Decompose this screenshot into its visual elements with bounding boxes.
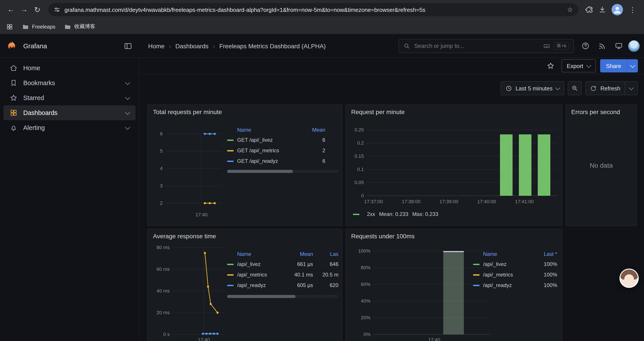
legend-last-value: 100% [531,261,557,267]
legend-row[interactable]: /api/_livez 661 µs 646 [227,259,338,269]
browser-menu-icon[interactable]: ⋮ [628,6,637,14]
sidebar-item-bookmarks[interactable]: Bookmarks [4,76,136,90]
share-dropdown[interactable] [627,59,638,72]
chevron-down-icon[interactable] [125,80,130,85]
svg-text:0 s: 0 s [163,331,170,337]
legend-row[interactable]: GET /api/_readyz 6 [227,156,338,166]
breadcrumb-home[interactable]: Home [148,42,164,49]
favorite-star-icon[interactable] [544,59,557,72]
legend-last-value: 20.5 m [313,272,338,278]
url-text[interactable]: grafana.mathmast.com/d/deytv4rwavabkb/fr… [64,6,563,13]
legend-name-header[interactable]: Name [473,251,531,257]
panel-avg-response-time[interactable]: Average response time 80 ms60 ms40 ms20 … [147,229,342,341]
screen: ← → ↻ grafana.mathmast.com/d/deytv4rwava… [0,0,644,341]
forward-icon: → [20,5,28,14]
panel-total-requests[interactable]: Total requests per minute 6543217:40 Nam… [147,104,342,226]
legend-row[interactable]: /api/_readyz 100% [473,280,557,290]
panel-title[interactable]: Requests under 100ms [351,233,415,240]
legend-row[interactable]: /api/_readyz 605 µs 620 [227,280,338,290]
svg-text:17:39:00: 17:39:00 [440,199,458,204]
search-input[interactable] [414,42,540,50]
news-rss-icon[interactable] [595,39,609,53]
panel-title[interactable]: Total requests per minute [153,108,222,115]
toolbar-right: ⋮ [582,4,640,15]
dock-menu-icon[interactable] [124,42,132,50]
extensions-icon[interactable] [585,6,593,14]
svg-text:0.2: 0.2 [357,140,364,146]
bookmark-star-icon[interactable]: ☆ [567,6,573,14]
assistant-avatar[interactable] [620,269,639,288]
legend-mean-header[interactable]: Mean [286,251,313,257]
panel-errors-per-second[interactable]: Errors per second No data [566,104,637,226]
chevron-down-icon[interactable] [125,110,130,115]
breadcrumb-dashboards[interactable]: Dashboards [175,42,208,49]
search-box[interactable]: ⌘+k [398,39,574,53]
legend-header: Name Mean [227,125,338,135]
avg-response-time-chart[interactable]: 80 ms60 ms40 ms20 ms0 s17:40 [150,242,228,341]
grafana-header: Grafana Home › Dashboards › Freeleaps Me… [0,34,644,58]
svg-text:60 ms: 60 ms [156,266,170,272]
user-avatar[interactable] [628,40,640,52]
series-swatch [227,263,234,265]
back-button[interactable]: ← [4,3,18,16]
monitor-icon[interactable] [612,39,626,53]
header-icons [578,39,644,53]
time-controls: Last 5 minutes Refresh [140,81,638,95]
legend-row[interactable]: GET /api/_livez 6 [227,135,338,145]
panel-title[interactable]: Average response time [153,233,216,240]
reload-button[interactable]: ↻ [31,3,44,16]
request-per-minute-chart[interactable]: 0.250.20.150.10.05017:37:0017:38:0017:39… [348,122,560,215]
downloads-icon[interactable] [598,6,606,14]
panel-request-per-minute[interactable]: Request per minute 0.250.20.150.10.05017… [346,104,562,226]
legend-row[interactable]: /api/_metrics 40.1 ms 20.5 m [227,269,338,280]
legend-scrollbar[interactable] [227,170,338,173]
sidebar-item-starred[interactable]: Starred [4,90,136,105]
export-button[interactable]: Export [561,59,596,72]
svg-text:60%: 60% [361,281,370,287]
breadcrumb-separator: › [169,42,171,49]
forward-button[interactable]: → [18,3,31,16]
requests-under-100ms-chart[interactable]: 100%80%60%40%20%0%17:40 [348,242,493,341]
zoom-out-button[interactable] [568,81,582,95]
legend-last-header[interactable]: Last * [531,251,557,257]
panel-title[interactable]: Request per minute [351,108,405,115]
apps-grid-icon[interactable] [6,23,13,30]
legend-row[interactable]: /api/_livez 100% [473,259,557,269]
avatar-face [624,274,634,284]
help-icon[interactable] [578,39,592,53]
legend-last-header[interactable]: Las [313,251,338,257]
site-settings-icon[interactable] [54,6,60,13]
search-icon [403,43,410,49]
chevron-down-icon[interactable] [125,125,130,130]
legend-name-header[interactable]: Name [227,251,286,257]
chevron-down-icon[interactable] [125,95,130,100]
series-name: /api/_readyz [237,282,266,288]
share-button[interactable]: Share [600,59,638,72]
time-range-picker[interactable]: Last 5 minutes [501,81,564,95]
legend-mean-value: 605 µs [286,282,313,288]
grafana-logo[interactable] [7,41,18,51]
legend-row[interactable]: GET /api/_metrics 2 [227,145,338,156]
search-shortcut: ⌘+k [554,42,569,50]
chevron-down-icon[interactable] [629,85,634,90]
refresh-button[interactable]: Refresh [586,81,638,95]
legend-scrollbar[interactable] [227,295,338,298]
sidebar-item-home[interactable]: Home [4,61,136,76]
legend-name-header[interactable]: Name [227,127,297,133]
legend-mean-header[interactable]: Mean [297,127,325,133]
legend-row[interactable]: /api/_metrics 100% [473,269,557,280]
bookmark-folder-freeleaps[interactable]: Freeleaps [22,23,56,30]
svg-text:17:40: 17:40 [198,337,210,341]
total-requests-chart[interactable]: 6543217:40 [150,124,226,222]
address-bar[interactable]: grafana.mathmast.com/d/deytv4rwavabkb/fr… [48,3,578,16]
legend-last-value: 646 [313,261,338,267]
sidebar-item-dashboards[interactable]: Dashboards [4,105,136,120]
bookmark-folder-blogs[interactable]: 收藏博客 [64,23,95,30]
legend-mean-value: 40.1 ms [286,272,313,278]
sidebar-item-alerting[interactable]: Alerting [4,120,136,135]
svg-text:0.1: 0.1 [357,167,364,172]
legend-inline[interactable]: 2xx Mean: 0.233 Max: 0.233 [353,211,438,217]
panel-requests-under-100ms[interactable]: Requests under 100ms 100%80%60%40%20%0%1… [346,229,562,341]
profile-avatar[interactable] [612,4,623,15]
dashboards-icon [10,109,18,117]
